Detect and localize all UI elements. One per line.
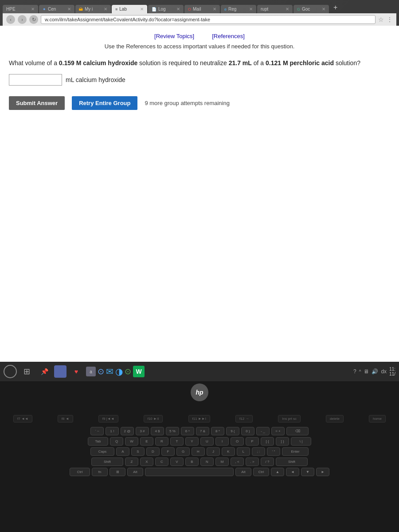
key-g[interactable]: G [176, 447, 190, 456]
key-up[interactable]: ▲ [271, 468, 284, 476]
back-button[interactable]: ‹ [6, 15, 15, 24]
key-l[interactable]: L [237, 447, 250, 456]
key-7[interactable]: 7 & [196, 427, 209, 435]
key-lshift[interactable]: Shift [91, 458, 123, 466]
key-f[interactable]: F [161, 447, 175, 456]
new-tab-button[interactable]: + [330, 2, 341, 13]
tab-rupt[interactable]: rupt ✕ [257, 5, 293, 13]
key-rctrl[interactable]: Ctrl [253, 468, 269, 476]
taskbar-mail-icon[interactable]: ✉ [106, 366, 113, 377]
tab-reg[interactable]: e Reg ✕ [221, 5, 256, 13]
key-r[interactable]: R [155, 437, 168, 446]
key-rshift[interactable]: Shift [276, 458, 308, 466]
key-home[interactable]: home [369, 415, 386, 422]
key-semicolon[interactable]: ; : [252, 447, 265, 456]
key-d[interactable]: D [146, 447, 160, 456]
taskbar-question-icon[interactable]: ? [353, 368, 356, 375]
key-right[interactable]: ► [316, 468, 329, 476]
key-p[interactable]: P [246, 437, 259, 446]
key-m[interactable]: M [215, 458, 229, 466]
key-ctrl[interactable]: Ctrl [70, 468, 90, 476]
key-k[interactable]: K [222, 447, 235, 456]
key-caps[interactable]: Caps [90, 447, 114, 456]
key-v[interactable]: V [170, 458, 184, 466]
key-f8[interactable]: f8 ◄ [58, 415, 73, 422]
key-space[interactable] [145, 468, 234, 476]
key-u[interactable]: U [200, 437, 214, 446]
key-w[interactable]: W [125, 437, 138, 446]
key-z[interactable]: Z [125, 458, 138, 466]
key-t[interactable]: T [170, 437, 184, 446]
key-left[interactable]: ◄ [286, 468, 299, 476]
answer-input[interactable] [9, 74, 62, 86]
key-quote[interactable]: ' " [267, 447, 280, 456]
tab-cen[interactable]: ✦ Cen ✕ [39, 5, 74, 13]
key-4[interactable]: 4 $ [151, 427, 164, 435]
key-9[interactable]: 9 ( [226, 427, 239, 435]
refresh-button[interactable]: ↻ [29, 15, 38, 24]
taskbar-color-icon[interactable] [54, 365, 66, 378]
tab-mail[interactable]: O Mail ✕ [184, 5, 220, 13]
taskbar-heart-icon[interactable]: ♥ [68, 364, 84, 379]
references-link[interactable]: [References] [212, 33, 245, 39]
tab-reg-close[interactable]: ✕ [249, 7, 253, 12]
key-delete[interactable]: delete [326, 415, 344, 422]
tab-log-close[interactable]: ✕ [176, 7, 180, 12]
key-5[interactable]: 5 % [166, 427, 179, 435]
retry-entire-group-button[interactable]: Retry Entire Group [72, 96, 137, 110]
tab-goc[interactable]: G Goc ✕ [293, 5, 329, 13]
tab-goc-close[interactable]: ✕ [322, 7, 325, 12]
key-win[interactable]: ⊞ [110, 468, 125, 476]
tab-myi[interactable]: 🏔 My i ✕ [75, 5, 111, 13]
key-comma[interactable]: , < [231, 458, 244, 466]
key-1[interactable]: 1 ! [106, 427, 119, 435]
taskbar-speaker-icon[interactable]: 🔊 [372, 368, 378, 375]
key-f7[interactable]: f7 ◄◄ [13, 415, 32, 422]
forward-button[interactable]: › [18, 15, 27, 24]
key-slash[interactable]: / ? [261, 458, 274, 466]
tab-cen-close[interactable]: ✕ [67, 7, 71, 12]
address-bar[interactable]: w.com/ilrn/takeAssignment/takeCovalentAc… [41, 15, 376, 24]
key-e[interactable]: E [140, 437, 153, 446]
key-minus[interactable]: - _ [256, 427, 270, 435]
tab-lab[interactable]: ≡ Lab ✕ [112, 5, 147, 13]
tab-rupt-close[interactable]: ✕ [286, 7, 289, 12]
bookmark-star-icon[interactable]: ☆ [378, 16, 384, 23]
key-h[interactable]: H [192, 447, 205, 456]
key-tab[interactable]: Tab [88, 437, 108, 446]
key-i[interactable]: I [215, 437, 229, 446]
key-backspace[interactable]: ⌫ [286, 427, 309, 435]
taskbar-chevron-icon[interactable]: ^ [359, 369, 361, 374]
key-s[interactable]: S [131, 447, 145, 456]
key-ralt[interactable]: Alt [235, 468, 251, 476]
submit-answer-button[interactable]: Submit Answer [9, 96, 65, 110]
key-x[interactable]: X [140, 458, 153, 466]
tab-lab-close[interactable]: ✕ [140, 7, 144, 12]
taskbar-pin-icon[interactable]: 📌 [36, 364, 52, 379]
key-6[interactable]: 6 ^ [181, 427, 194, 435]
key-period[interactable]: . > [246, 458, 259, 466]
key-c[interactable]: C [155, 458, 168, 466]
key-down[interactable]: ▼ [301, 468, 314, 476]
review-topics-link[interactable]: [Review Topics] [154, 33, 194, 39]
key-q[interactable]: Q [110, 437, 123, 446]
extensions-icon[interactable]: ⋮ [387, 16, 393, 23]
key-equals[interactable]: = + [271, 427, 285, 435]
taskbar-chrome-icon[interactable]: ⊙ [125, 367, 131, 376]
tab-log[interactable]: 📄 Log ✕ [148, 5, 184, 13]
key-n[interactable]: N [200, 458, 214, 466]
taskbar-grid-icon[interactable]: ⊞ [19, 364, 35, 379]
taskbar-volume-icon[interactable]: dx [381, 368, 387, 375]
key-o[interactable]: O [231, 437, 244, 446]
key-f10[interactable]: f10 ►II [144, 415, 163, 422]
key-alt[interactable]: Alt [127, 468, 143, 476]
key-j[interactable]: J [207, 447, 220, 456]
tab-mail-close[interactable]: ✕ [213, 7, 216, 12]
key-0[interactable]: 0 ) [241, 427, 254, 435]
key-fn[interactable]: fn [92, 468, 108, 476]
taskbar-a-icon[interactable]: a [86, 367, 96, 376]
key-a[interactable]: A [116, 447, 129, 456]
key-backslash[interactable]: \ | [291, 437, 311, 446]
key-lbracket[interactable]: [ { [261, 437, 274, 446]
taskbar-word-icon[interactable]: W [133, 366, 145, 377]
